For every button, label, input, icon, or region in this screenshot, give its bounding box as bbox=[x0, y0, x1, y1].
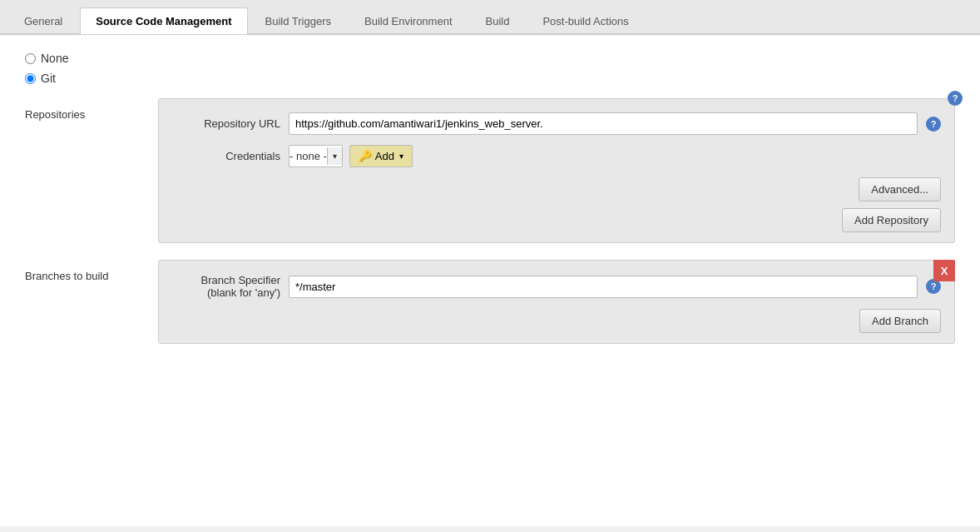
credentials-select-wrapper: - none - ▾ bbox=[289, 145, 343, 167]
repo-action-buttons: Advanced... Add Repository bbox=[172, 177, 941, 232]
credentials-select-text: - none - bbox=[290, 146, 327, 167]
branches-content: X Branch Specifier (blank for 'any') ? A… bbox=[158, 260, 955, 344]
tab-build-env[interactable]: Build Environment bbox=[349, 7, 468, 34]
tab-scm[interactable]: Source Code Management bbox=[80, 7, 247, 34]
repositories-content: ? Repository URL ? Credentials - none - … bbox=[158, 98, 955, 243]
repo-url-row: Repository URL ? bbox=[172, 112, 941, 135]
none-radio-label[interactable]: None bbox=[41, 52, 68, 65]
scm-radio-group: None Git bbox=[25, 52, 955, 85]
branches-label: Branches to build bbox=[25, 260, 158, 344]
tab-build[interactable]: Build bbox=[470, 7, 526, 34]
add-btn-dropdown-arrow: ▾ bbox=[399, 152, 403, 161]
add-repository-button[interactable]: Add Repository bbox=[842, 208, 941, 232]
credentials-controls: - none - ▾ 🔑 Add ▾ bbox=[289, 145, 413, 167]
repo-url-input-wrapper bbox=[289, 112, 918, 135]
tab-bar: General Source Code Management Build Tri… bbox=[0, 0, 980, 35]
tab-build-triggers[interactable]: Build Triggers bbox=[250, 7, 347, 34]
repo-url-help-icon[interactable]: ? bbox=[926, 117, 941, 132]
tab-post-build[interactable]: Post-build Actions bbox=[527, 7, 644, 34]
key-icon: 🔑 bbox=[359, 150, 372, 162]
credentials-label: Credentials bbox=[172, 150, 280, 162]
branch-close-button[interactable]: X bbox=[933, 260, 955, 281]
repositories-section: Repositories ? Repository URL ? Credenti… bbox=[25, 98, 955, 243]
credentials-add-button[interactable]: 🔑 Add ▾ bbox=[349, 145, 413, 167]
branches-section: Branches to build X Branch Specifier (bl… bbox=[25, 260, 955, 344]
none-radio[interactable] bbox=[25, 53, 36, 64]
branch-specifier-input-wrapper bbox=[289, 276, 918, 298]
repo-url-label: Repository URL bbox=[172, 117, 280, 130]
credentials-row: Credentials - none - ▾ 🔑 Add ▾ bbox=[172, 145, 941, 167]
tab-general[interactable]: General bbox=[8, 7, 78, 34]
branch-specifier-input[interactable] bbox=[289, 276, 918, 298]
branch-specifier-row: Branch Specifier (blank for 'any') ? bbox=[172, 274, 941, 299]
none-radio-item: None bbox=[25, 52, 955, 65]
branch-action-buttons: Add Branch bbox=[172, 309, 941, 333]
repositories-label: Repositories bbox=[25, 98, 158, 243]
add-branch-button[interactable]: Add Branch bbox=[859, 309, 941, 333]
credentials-dropdown-arrow[interactable]: ▾ bbox=[327, 147, 342, 165]
add-btn-label: Add bbox=[375, 150, 394, 162]
repo-url-input[interactable] bbox=[289, 112, 918, 135]
advanced-button[interactable]: Advanced... bbox=[859, 177, 941, 201]
git-radio[interactable] bbox=[25, 73, 36, 84]
git-radio-label[interactable]: Git bbox=[41, 72, 56, 85]
main-content: None Git Repositories ? Repository URL ?… bbox=[0, 35, 980, 526]
git-radio-item: Git bbox=[25, 72, 955, 85]
repositories-help-icon[interactable]: ? bbox=[948, 91, 963, 106]
branch-specifier-label: Branch Specifier (blank for 'any') bbox=[172, 274, 280, 299]
